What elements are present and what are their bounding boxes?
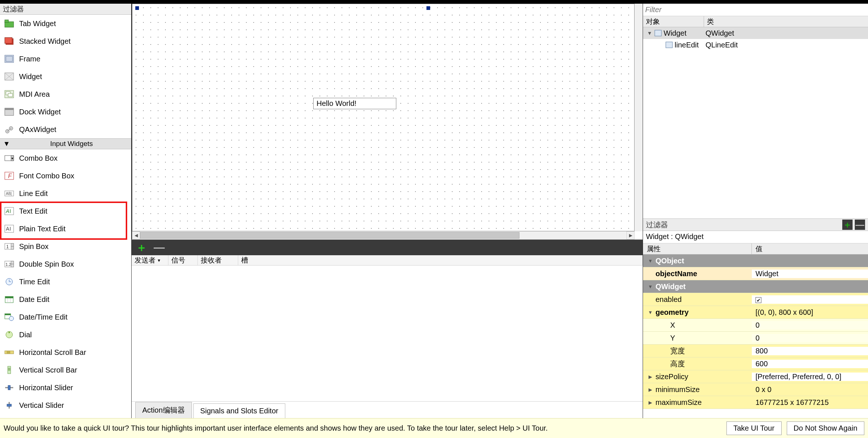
- widget-item[interactable]: Vertical Scroll Bar: [0, 361, 131, 379]
- header-object[interactable]: 对象: [643, 16, 704, 27]
- scroll-left-button[interactable]: ◀: [132, 231, 140, 239]
- property-group-row[interactable]: ▼QWidget: [643, 280, 868, 293]
- widget-icon: 1.2: [4, 259, 15, 270]
- widget-item[interactable]: QAxWidget: [0, 121, 131, 138]
- object-filter-row: [643, 4, 868, 16]
- expand-icon[interactable]: ▼: [647, 310, 653, 315]
- property-value[interactable]: 16777215 x 16777215: [756, 398, 829, 406]
- property-table[interactable]: ▼QObjectobjectNameWidget▼QWidgetenabled✔…: [643, 254, 868, 418]
- object-tree[interactable]: ▼WidgetQWidgetlineEditQLineEdit: [643, 27, 868, 218]
- widget-item[interactable]: ▾Combo Box: [0, 149, 131, 167]
- header-sender[interactable]: 发送者 ▼: [132, 255, 168, 265]
- widget-item[interactable]: FFont Combo Box: [0, 167, 131, 185]
- property-row[interactable]: 宽度800: [643, 345, 868, 357]
- checkbox-icon[interactable]: ✔: [756, 297, 761, 303]
- object-tree-row[interactable]: lineEditQLineEdit: [643, 39, 868, 51]
- property-value[interactable]: [Preferred, Preferred, 0, 0]: [756, 373, 841, 381]
- vertical-scrollbar[interactable]: [635, 4, 643, 231]
- scroll-track[interactable]: [140, 231, 626, 239]
- widget-icon: [4, 18, 15, 29]
- sort-icon: ▼: [157, 258, 161, 263]
- header-signal[interactable]: 信号: [168, 255, 198, 265]
- widget-item[interactable]: Horizontal Scroll Bar: [0, 343, 131, 361]
- header-property-value[interactable]: 值: [752, 243, 766, 254]
- widget-item[interactable]: Date Edit: [0, 291, 131, 308]
- property-value[interactable]: 0: [756, 321, 760, 329]
- property-value[interactable]: 0 x 0: [756, 385, 771, 394]
- selection-handle[interactable]: [426, 6, 430, 10]
- property-value[interactable]: 600: [756, 360, 768, 368]
- widget-item[interactable]: Frame: [0, 50, 131, 68]
- widget-icon: [4, 364, 15, 375]
- widget-item[interactable]: AB|Line Edit: [0, 185, 131, 202]
- category-label: Input Widgets: [14, 140, 129, 148]
- tab-action-editor[interactable]: Action编辑器: [135, 402, 192, 418]
- selection-handle[interactable]: [135, 6, 139, 10]
- header-class[interactable]: 类: [704, 16, 717, 27]
- editor-body[interactable]: [132, 266, 643, 401]
- property-row[interactable]: objectNameWidget: [643, 267, 868, 280]
- widget-list[interactable]: Tab WidgetStacked WidgetFrameWidgetMDI A…: [0, 15, 131, 418]
- form-canvas[interactable]: Hello World!: [132, 4, 635, 231]
- property-row[interactable]: ▼geometry[(0, 0), 800 x 600]: [643, 306, 868, 319]
- widget-item[interactable]: Dock Widget: [0, 103, 131, 121]
- property-row[interactable]: Y0: [643, 332, 868, 345]
- take-tour-button[interactable]: Take UI Tour: [726, 421, 782, 435]
- widget-item[interactable]: AIText Edit: [0, 202, 131, 220]
- header-slot[interactable]: 槽: [238, 255, 643, 265]
- widget-item[interactable]: Time Edit: [0, 273, 131, 291]
- widget-label: Line Edit: [19, 189, 48, 198]
- property-value[interactable]: Widget: [756, 270, 778, 278]
- property-group-row[interactable]: ▼QObject: [643, 254, 868, 267]
- property-value[interactable]: 0: [756, 334, 760, 342]
- add-property-icon[interactable]: ＋: [842, 220, 853, 230]
- widget-item[interactable]: Date/Time Edit: [0, 308, 131, 326]
- property-value[interactable]: [(0, 0), 800 x 600]: [756, 308, 813, 316]
- line-edit-widget[interactable]: Hello World!: [313, 98, 396, 109]
- widget-item[interactable]: Widget: [0, 68, 131, 85]
- widget-item[interactable]: MDI Area: [0, 85, 131, 103]
- header-receiver[interactable]: 接收者: [198, 255, 238, 265]
- widget-item[interactable]: 1.2Double Spin Box: [0, 255, 131, 273]
- property-row[interactable]: 高度600: [643, 357, 868, 370]
- svg-rect-42: [5, 296, 13, 298]
- widget-item[interactable]: Dial: [0, 326, 131, 343]
- object-filter-input[interactable]: [645, 4, 866, 15]
- widget-icon: [4, 276, 15, 287]
- svg-text:I: I: [10, 208, 11, 214]
- form-canvas-area[interactable]: Hello World! ◀ ▶: [132, 4, 643, 239]
- property-row[interactable]: ▶maximumSize16777215 x 16777215: [643, 396, 868, 409]
- remove-icon[interactable]: —: [154, 241, 165, 254]
- property-name: minimumSize: [656, 385, 700, 394]
- expand-icon[interactable]: ▼: [647, 30, 653, 36]
- expand-icon[interactable]: ▶: [647, 374, 653, 380]
- property-row[interactable]: ▶minimumSize0 x 0: [643, 383, 868, 396]
- header-property-name[interactable]: 属性: [643, 243, 752, 254]
- widget-item[interactable]: Vertical Slider: [0, 396, 131, 414]
- widget-label: Spin Box: [19, 242, 49, 251]
- scroll-right-button[interactable]: ▶: [626, 231, 635, 239]
- property-name: Y: [670, 334, 675, 342]
- widget-category-row[interactable]: ▼Input Widgets: [0, 138, 131, 149]
- property-row[interactable]: ▶sizePolicy[Preferred, Preferred, 0, 0]: [643, 370, 868, 383]
- widget-item[interactable]: Stacked Widget: [0, 32, 131, 50]
- widget-item[interactable]: 1Spin Box: [0, 238, 131, 255]
- widget-item[interactable]: Horizontal Slider: [0, 379, 131, 396]
- remove-property-icon[interactable]: —: [855, 220, 865, 230]
- object-tree-row[interactable]: ▼WidgetQWidget: [643, 27, 868, 39]
- expand-icon[interactable]: ▶: [647, 387, 653, 392]
- svg-text:A: A: [6, 208, 9, 214]
- tab-signals-slots-editor[interactable]: Signals and Slots Editor: [193, 403, 285, 418]
- svg-text:A: A: [6, 226, 10, 232]
- ui-tour-bar: Would you like to take a quick UI tour? …: [0, 418, 868, 438]
- expand-icon[interactable]: ▶: [647, 400, 653, 405]
- widget-item[interactable]: AIPlain Text Edit: [0, 220, 131, 238]
- widget-item[interactable]: Tab Widget: [0, 15, 131, 32]
- widget-icon: [654, 29, 662, 37]
- horizontal-scrollbar[interactable]: ◀ ▶: [132, 231, 635, 239]
- property-row[interactable]: enabled✔: [643, 293, 868, 306]
- add-icon[interactable]: ＋: [136, 240, 147, 255]
- dont-show-button[interactable]: Do Not Show Again: [787, 421, 864, 435]
- property-value[interactable]: 800: [756, 347, 768, 355]
- property-row[interactable]: X0: [643, 319, 868, 332]
